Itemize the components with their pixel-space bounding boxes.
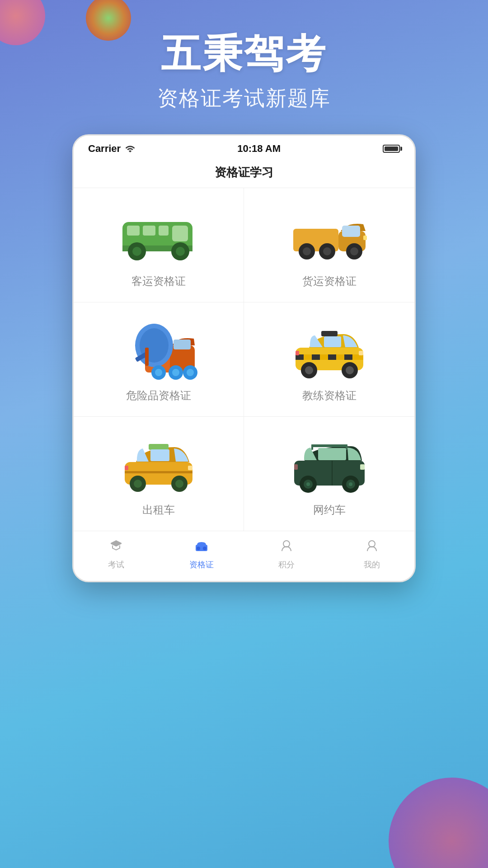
category-freight-label: 货运资格证 [302,274,357,288]
svg-rect-51 [125,466,128,470]
svg-rect-39 [328,354,336,360]
svg-point-54 [134,480,142,488]
svg-point-72 [197,547,200,550]
category-taxi-label: 出租车 [142,503,175,517]
svg-point-28 [155,369,162,376]
category-hazmat[interactable]: 危险品资格证 [74,302,244,417]
tab-cert-label: 资格证 [189,559,214,570]
tab-exam[interactable]: 考试 [74,538,159,570]
battery-icon [383,145,400,153]
tab-mine[interactable]: 我的 [329,538,415,570]
points-icon [279,538,294,557]
svg-rect-26 [145,348,149,366]
cert-icon [194,538,209,557]
category-rideshare[interactable]: 网约车 [244,417,414,531]
category-passenger[interactable]: 客运资格证 [74,188,244,302]
tab-exam-label: 考试 [108,559,124,570]
svg-point-7 [132,247,141,256]
vehicle-taxi-icon [289,321,370,379]
app-title: 五秉驾考 [0,27,488,81]
svg-rect-41 [359,351,363,355]
svg-rect-35 [321,331,338,336]
svg-point-69 [306,482,310,486]
mine-icon [365,538,379,557]
tab-bar: 考试 资格证 积分 [74,531,414,581]
svg-point-75 [283,541,290,547]
vehicle-dark-suv-icon [289,435,370,494]
vehicle-green-bus-icon [118,206,199,265]
svg-rect-59 [311,444,313,450]
svg-point-76 [369,541,375,547]
svg-point-30 [172,369,179,376]
svg-rect-52 [125,471,192,473]
svg-rect-1 [172,226,188,241]
svg-point-70 [349,482,352,486]
vehicle-yellow-truck-icon [289,206,370,265]
svg-point-46 [346,366,354,374]
svg-point-18 [350,247,358,255]
svg-rect-3 [143,226,155,236]
svg-point-9 [176,247,185,256]
tab-mine-label: 我的 [364,559,380,570]
vehicle-cement-mixer-icon [118,321,199,379]
svg-rect-38 [312,354,320,360]
svg-rect-49 [150,449,169,461]
category-taxi[interactable]: 出租车 [74,417,244,531]
vehicle-yellow-cab-icon [118,435,199,494]
svg-rect-61 [318,448,346,460]
svg-rect-64 [294,464,298,470]
nav-title: 资格证学习 [74,158,414,188]
svg-point-56 [175,480,183,488]
carrier-label: Carrier [88,143,121,155]
svg-rect-74 [200,547,203,550]
svg-rect-58 [311,444,347,447]
status-time: 10:18 AM [237,143,281,155]
svg-point-14 [303,247,311,255]
tab-cert[interactable]: 资格证 [159,538,244,570]
category-rideshare-label: 网约车 [313,503,346,517]
category-trainer[interactable]: 教练资格证 [244,302,414,417]
phone-mockup: Carrier 10:18 AM 资格证学习 [72,134,416,582]
svg-rect-22 [174,340,191,349]
svg-rect-48 [149,444,169,450]
svg-point-16 [323,247,331,255]
svg-rect-12 [342,226,360,237]
svg-rect-4 [159,226,169,236]
app-header: 五秉驾考 资格证考试新题库 [0,0,488,113]
exam-icon [109,538,123,557]
svg-point-73 [203,547,206,550]
status-left: Carrier [88,143,135,155]
app-subtitle: 资格证考试新题库 [0,85,488,113]
svg-rect-42 [296,351,299,355]
category-hazmat-label: 危险品资格证 [126,388,191,403]
svg-rect-19 [363,236,367,240]
wifi-icon [125,144,135,154]
svg-rect-63 [360,464,365,470]
tab-points-label: 积分 [278,559,295,570]
category-trainer-label: 教练资格证 [302,388,357,403]
svg-rect-34 [324,336,341,347]
status-right [383,145,400,153]
svg-point-32 [187,369,194,376]
category-grid: 客运资格证 [74,188,414,531]
battery-fill [385,146,398,151]
status-bar: Carrier 10:18 AM [74,136,414,158]
category-freight[interactable]: 货运资格证 [244,188,414,302]
svg-rect-40 [344,354,352,360]
category-passenger-label: 客运资格证 [131,274,186,288]
svg-rect-2 [127,226,140,236]
tab-points[interactable]: 积分 [244,538,329,570]
svg-point-44 [305,366,313,374]
blob-decoration-bottomright [389,778,488,868]
svg-rect-50 [188,466,192,470]
